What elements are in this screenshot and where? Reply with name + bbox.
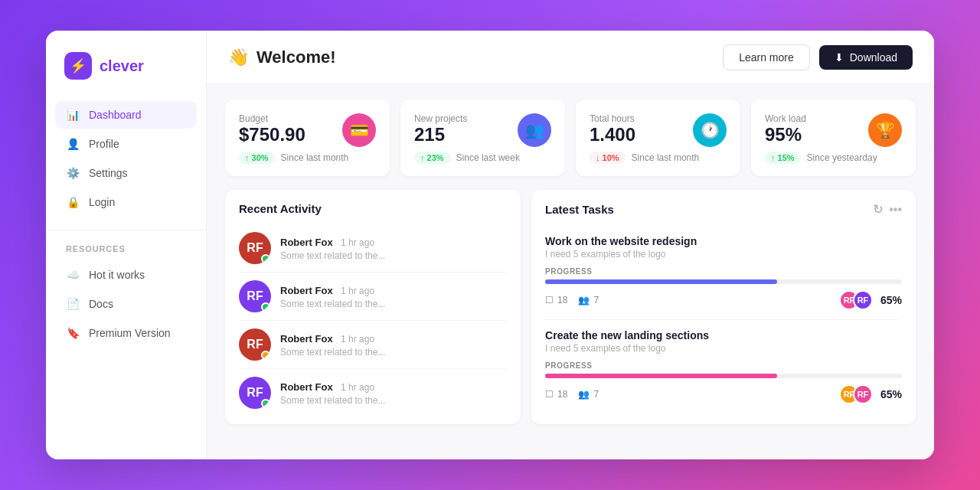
resource-label-premium: Premium Version	[89, 327, 171, 339]
resource-item-premium[interactable]: 🔖Premium Version	[55, 319, 197, 347]
resource-label-hot-it-works: Hot it works	[89, 269, 145, 281]
welcome-text: Welcome!	[256, 47, 336, 67]
stat-label-work-load: Work load	[765, 113, 806, 124]
avatar: RF	[239, 280, 271, 312]
checkbox-icon: ☐	[545, 295, 554, 305]
latest-tasks-header: Latest Tasks ↻ •••	[531, 190, 916, 226]
activity-text: Some text related to the...	[280, 250, 507, 261]
sidebar-item-settings[interactable]: ⚙️Settings	[55, 159, 197, 187]
task-checkboxes: ☐ 18	[545, 295, 567, 305]
resource-icon-hot-it-works: ☁️	[66, 269, 80, 281]
stat-icon-new-projects: 👥	[518, 113, 551, 147]
resources-nav: ☁️Hot it works📄Docs🔖Premium Version	[46, 261, 206, 347]
avatar: RF	[239, 232, 271, 264]
stat-footer-budget: ↑ 30% Since last month	[239, 152, 376, 164]
stats-row: Budget $750.90 💳 ↑ 30% Since last month …	[225, 100, 916, 176]
sidebar-item-dashboard[interactable]: 📊Dashboard	[55, 101, 197, 129]
task-avatar-stack: RF RF	[839, 290, 873, 310]
nav-label-dashboard: Dashboard	[89, 109, 142, 121]
latest-tasks-title: Latest Tasks	[545, 203, 614, 216]
stat-footer-text-budget: Since last month	[281, 152, 349, 163]
avatar: RF	[239, 377, 271, 409]
avatar-status-badge	[261, 399, 270, 408]
progress-bar-bg	[545, 279, 902, 284]
task-people: 👥 7	[578, 295, 599, 305]
more-icon[interactable]: •••	[889, 203, 902, 217]
task-percent: 65%	[880, 294, 902, 306]
header: 👋 Welcome! Learn more ⬇ Download	[207, 31, 934, 84]
logo-text: clever	[100, 57, 144, 75]
task-subtitle: I need 5 examples of the logo	[545, 249, 902, 260]
stat-badge-work-load: ↑ 15%	[765, 152, 801, 164]
stat-header-total-hours: Total hours 1.400 🕐	[590, 113, 727, 147]
stat-label-budget: Budget	[239, 113, 305, 124]
task-people: 👥 7	[578, 389, 599, 400]
main-content: 👋 Welcome! Learn more ⬇ Download Budget …	[207, 31, 934, 459]
stat-footer-work-load: ↑ 15% Since yestearday	[765, 152, 902, 164]
activity-time: 1 hr ago	[341, 286, 374, 296]
latest-tasks-actions[interactable]: ↻ •••	[873, 202, 902, 217]
activity-text: Some text related to the...	[280, 395, 507, 406]
stat-badge-new-projects: ↑ 23%	[414, 152, 450, 164]
task-title: Create the new landing sections	[545, 329, 902, 341]
activity-item: RF Robert Fox 1 hr ago Some text related…	[239, 369, 507, 416]
stat-footer-text-work-load: Since yestearday	[807, 152, 877, 163]
nav-label-login: Login	[89, 196, 115, 208]
refresh-icon[interactable]: ↻	[873, 202, 883, 217]
stat-badge-budget: ↑ 30%	[239, 152, 275, 164]
stat-header-new-projects: New projects 215 👥	[414, 113, 551, 147]
stat-value-new-projects: 215	[414, 124, 467, 145]
sidebar-divider	[46, 230, 206, 230]
bottom-row: Recent Activity RF Robert Fox 1 hr ago S…	[225, 190, 916, 424]
stat-value-total-hours: 1.400	[590, 124, 635, 145]
task-checkboxes: ☐ 18	[545, 389, 567, 400]
activity-time: 1 hr ago	[341, 382, 374, 393]
download-button[interactable]: ⬇ Download	[819, 45, 913, 70]
avatar: RF	[239, 328, 271, 361]
task-footer: ☐ 18 👥 7 RF RF 65%	[545, 384, 902, 404]
sidebar-logo: ⚡ clever	[46, 52, 206, 101]
stat-footer-new-projects: ↑ 23% Since last week	[414, 152, 551, 164]
nav-icon-settings: ⚙️	[66, 167, 80, 179]
learn-more-button[interactable]: Learn more	[723, 44, 810, 70]
sidebar-item-profile[interactable]: 👤Profile	[55, 130, 197, 158]
stat-card-new-projects: New projects 215 👥 ↑ 23% Since last week	[400, 100, 565, 176]
stat-header-budget: Budget $750.90 💳	[239, 113, 376, 147]
activity-time: 1 hr ago	[341, 334, 374, 345]
task-item: Work on the website redesign I need 5 ex…	[545, 226, 902, 320]
task-percent: 65%	[880, 388, 902, 400]
nav-icon-login: 🔒	[66, 196, 80, 208]
stat-card-total-hours: Total hours 1.400 🕐 ↓ 10% Since last mon…	[576, 100, 740, 176]
mini-avatar: RF	[853, 384, 873, 404]
resource-item-docs[interactable]: 📄Docs	[55, 290, 197, 318]
activity-list: RF Robert Fox 1 hr ago Some text related…	[225, 224, 521, 424]
task-footer: ☐ 18 👥 7 RF RF 65%	[545, 290, 902, 310]
stat-footer-text-new-projects: Since last week	[456, 152, 520, 163]
people-icon: 👥	[578, 389, 590, 400]
stat-value-budget: $750.90	[239, 124, 305, 145]
sidebar-item-login[interactable]: 🔒Login	[55, 188, 197, 216]
resource-icon-docs: 📄	[66, 298, 80, 310]
stat-icon-work-load: 🏆	[868, 113, 902, 147]
download-label: Download	[850, 51, 897, 64]
stat-header-work-load: Work load 95% 🏆	[765, 113, 902, 147]
header-actions: Learn more ⬇ Download	[723, 44, 913, 70]
stat-value-work-load: 95%	[765, 124, 806, 145]
dashboard-area: Budget $750.90 💳 ↑ 30% Since last month …	[207, 84, 934, 459]
activity-name: Robert Fox	[280, 285, 333, 296]
stat-card-work-load: Work load 95% 🏆 ↑ 15% Since yestearday	[751, 100, 916, 176]
activity-item: RF Robert Fox 1 hr ago Some text related…	[239, 224, 507, 273]
stat-footer-text-total-hours: Since last month	[632, 152, 700, 163]
welcome-emoji: 👋	[228, 47, 249, 67]
stat-badge-total-hours: ↓ 10%	[590, 152, 626, 164]
task-title: Work on the website redesign	[545, 235, 902, 247]
activity-item: RF Robert Fox 1 hr ago Some text related…	[239, 273, 507, 321]
avatar-status-badge	[261, 351, 270, 360]
stat-label-new-projects: New projects	[414, 113, 467, 124]
checkbox-icon: ☐	[545, 389, 554, 400]
activity-name: Robert Fox	[280, 237, 333, 248]
recent-activity-header: Recent Activity	[225, 190, 521, 224]
recent-activity-card: Recent Activity RF Robert Fox 1 hr ago S…	[225, 190, 521, 424]
stat-icon-total-hours: 🕐	[693, 113, 727, 147]
resource-item-hot-it-works[interactable]: ☁️Hot it works	[55, 261, 197, 289]
